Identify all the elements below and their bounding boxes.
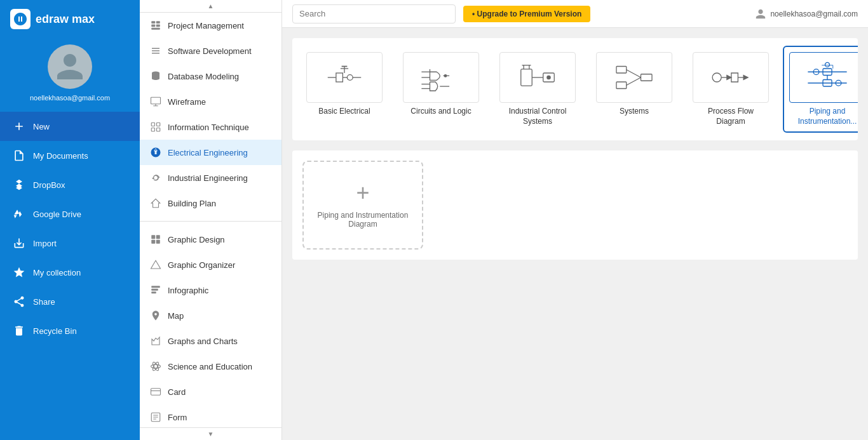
user-section: noellekhasoa@gmail.com <box>0 38 140 112</box>
main-content: • Upgrade to Premium Version noellekhaso… <box>282 0 868 440</box>
cat-science-and-education[interactable]: Science and Education <box>140 354 281 379</box>
template-piping-img <box>789 52 858 103</box>
svg-rect-3 <box>156 25 160 27</box>
svg-rect-44 <box>616 67 627 74</box>
sidebar-item-my-documents[interactable]: My Documents <box>0 141 140 170</box>
svg-point-43 <box>547 76 550 79</box>
cat-industrial-engineering[interactable]: Industrial Engineering <box>140 165 281 190</box>
sidebar-item-my-collection[interactable]: My collection <box>0 258 140 287</box>
cat-infographic[interactable]: Infographic <box>140 277 281 303</box>
svg-rect-26 <box>336 73 343 82</box>
svg-rect-45 <box>616 82 627 89</box>
svg-rect-2 <box>151 25 155 27</box>
template-circuits-and-logic[interactable]: Circuits and Logic <box>397 46 485 133</box>
svg-rect-23 <box>151 389 161 396</box>
cat-software-development[interactable]: Software Development <box>140 38 281 63</box>
svg-rect-10 <box>157 128 160 131</box>
cat-database-modeling[interactable]: Database Modeling <box>140 63 281 89</box>
svg-line-47 <box>627 70 641 77</box>
user-icon <box>755 8 766 20</box>
scroll-down-button[interactable]: ▼ <box>140 427 281 440</box>
sidebar-item-share[interactable]: Share <box>0 287 140 316</box>
template-industrial-label: Industrial Control Systems <box>499 107 576 126</box>
template-industrial-control[interactable]: Industrial Control Systems <box>493 46 582 133</box>
logo-area: edraw max <box>0 0 140 38</box>
svg-point-20 <box>151 364 161 368</box>
svg-marker-15 <box>151 260 161 269</box>
sidebar-navigation: New My Documents DropBox Google Drive Im… <box>0 112 140 440</box>
svg-rect-12 <box>156 235 160 239</box>
sidebar-item-recycle-bin[interactable]: Recycle Bin <box>0 316 140 345</box>
svg-rect-14 <box>156 240 160 244</box>
svg-rect-46 <box>641 74 653 81</box>
svg-line-48 <box>627 77 641 85</box>
cat-card[interactable]: Card <box>140 379 281 404</box>
search-input[interactable] <box>292 4 456 23</box>
upgrade-button[interactable]: • Upgrade to Premium Version <box>463 6 590 22</box>
cat-graphs-and-charts[interactable]: Graphs and Charts <box>140 328 281 354</box>
svg-point-49 <box>712 73 721 82</box>
cat-information-technique[interactable]: Information Technique <box>140 114 281 140</box>
categories-panel: ▲ Project Management Software Developmen… <box>140 0 282 440</box>
app-name: edraw max <box>36 13 95 26</box>
cat-graphic-organizer[interactable]: Graphic Organizer <box>140 252 281 277</box>
svg-rect-6 <box>151 97 161 104</box>
cat-form[interactable]: Form <box>140 404 281 427</box>
categories-scroll: Project Management Software Development … <box>140 13 281 427</box>
template-circuits-img <box>403 52 479 103</box>
svg-rect-13 <box>151 240 155 244</box>
svg-rect-38 <box>521 69 532 86</box>
template-piping-label: Piping and Instrumentation... <box>789 107 858 126</box>
svg-rect-1 <box>156 21 160 23</box>
category-divider <box>140 221 281 222</box>
svg-rect-9 <box>151 128 154 131</box>
template-piping[interactable]: Piping and Instrumentation... <box>783 46 858 133</box>
new-template-plus-icon: + <box>356 182 369 204</box>
template-process-flow[interactable]: Process Flow Diagram <box>686 46 775 133</box>
logo-icon <box>10 9 31 29</box>
template-systems[interactable]: Systems <box>590 46 679 133</box>
cat-project-management[interactable]: Project Management <box>140 13 281 38</box>
svg-rect-7 <box>151 123 154 126</box>
template-systems-img <box>596 52 672 103</box>
new-template-card[interactable]: + Piping and Instrumentation Diagram <box>302 161 423 250</box>
template-process-flow-img <box>693 52 769 103</box>
cat-graphic-design[interactable]: Graphic Design <box>140 227 281 252</box>
svg-rect-18 <box>151 291 156 293</box>
svg-point-28 <box>347 75 353 81</box>
template-strip: Basic Electrical <box>292 38 858 140</box>
svg-rect-8 <box>157 123 160 126</box>
new-template-label: Piping and Instrumentation Diagram <box>304 211 422 229</box>
templates-area: Basic Electrical <box>282 28 868 440</box>
template-industrial-img <box>499 52 576 103</box>
user-info: noellekhasoa@gmail.com <box>755 8 858 20</box>
svg-point-37 <box>444 75 447 77</box>
template-circuits-label: Circuits and Logic <box>410 107 471 117</box>
template-basic-electrical[interactable]: Basic Electrical <box>300 46 389 133</box>
sidebar-item-google-drive[interactable]: Google Drive <box>0 199 140 229</box>
left-sidebar: edraw max noellekhasoa@gmail.com New My … <box>0 0 140 440</box>
cat-building-plan[interactable]: Building Plan <box>140 190 281 216</box>
template-systems-label: Systems <box>620 107 649 117</box>
sidebar-item-import[interactable]: Import <box>0 229 140 258</box>
template-basic-electrical-img <box>306 52 383 103</box>
svg-rect-17 <box>151 289 158 291</box>
sidebar-user-email: noellekhasoa@gmail.com <box>30 94 110 102</box>
svg-rect-4 <box>151 28 160 30</box>
cat-wireframe[interactable]: Wireframe <box>140 89 281 114</box>
svg-rect-11 <box>151 235 155 239</box>
template-process-flow-label: Process Flow Diagram <box>693 107 769 126</box>
scroll-up-button[interactable]: ▲ <box>140 0 281 13</box>
new-template-area: + Piping and Instrumentation Diagram <box>292 150 858 260</box>
sidebar-item-dropbox[interactable]: DropBox <box>0 170 140 199</box>
cat-electrical-engineering[interactable]: Electrical Engineering <box>140 140 281 165</box>
avatar <box>48 44 92 89</box>
sidebar-item-new[interactable]: New <box>0 112 140 141</box>
cat-map[interactable]: Map <box>140 303 281 328</box>
svg-rect-0 <box>151 21 155 23</box>
template-basic-electrical-label: Basic Electrical <box>318 107 370 117</box>
svg-point-59 <box>825 62 830 67</box>
header-user-email: noellekhasoa@gmail.com <box>770 10 858 18</box>
svg-rect-16 <box>151 286 160 288</box>
top-header: • Upgrade to Premium Version noellekhaso… <box>282 0 868 28</box>
